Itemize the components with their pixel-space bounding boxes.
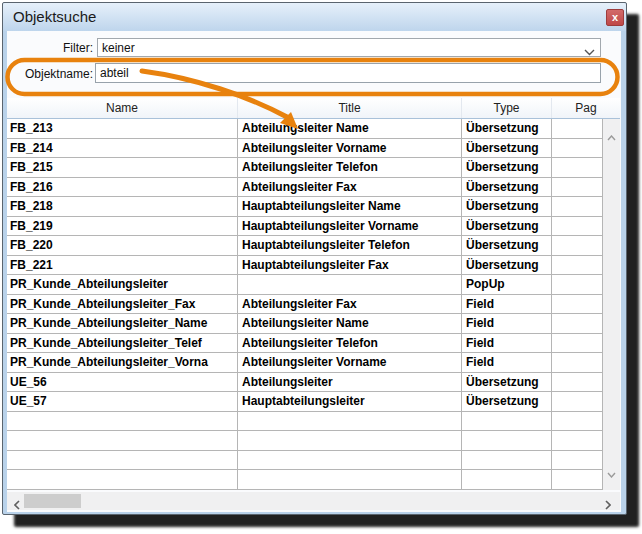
filter-dropdown[interactable]: keiner [97,38,601,57]
cell-title: Abteilungsleiter Telefon [238,334,462,353]
column-header-name[interactable]: ▲ Name [7,98,238,118]
cell-page [552,334,603,353]
column-header-type[interactable]: Type [462,98,552,118]
cell-name: PR_Kunde_Abteilungsleiter_Name [7,314,238,333]
cell-name: FB_216 [7,178,238,197]
cell-title: Abteilungsleiter Fax [238,295,462,314]
cell-name: PR_Kunde_Abteilungsleiter_Telef [7,334,238,353]
cell-title: Hauptabteilungsleiter Name [238,197,462,216]
chevron-down-icon [584,45,595,59]
cell-page [552,119,603,138]
cell-page [552,178,603,197]
table-row[interactable]: FB_220 Hauptabteilungsleiter Telefon Übe… [7,236,603,256]
cell-name: PR_Kunde_Abteilungsleiter_Vorna [7,353,238,372]
scroll-left-icon[interactable] [14,496,20,514]
cell-name: FB_215 [7,158,238,177]
objektname-input[interactable] [95,63,601,83]
table-row[interactable]: PR_Kunde_Abteilungsleiter PopUp [7,275,603,295]
cell-page [552,139,603,158]
cell-type: Field [462,334,552,353]
close-icon: x [612,11,618,23]
cell-name: PR_Kunde_Abteilungsleiter [7,275,238,294]
cell-page [552,236,603,255]
vertical-scrollbar[interactable] [603,119,620,490]
cell-page [552,314,603,333]
cell-title: Hauptabteilungsleiter Vorname [238,217,462,236]
cell-name: FB_221 [7,256,238,275]
cell-title: Abteilungsleiter Name [238,314,462,333]
cell-type: PopUp [462,275,552,294]
cell-name: PR_Kunde_Abteilungsleiter_Fax [7,295,238,314]
scroll-right-icon[interactable] [605,496,611,514]
cell-type: Übersetzung [462,392,552,411]
cell-title: Abteilungsleiter [238,373,462,392]
cell-name: UE_57 [7,392,238,411]
table-row[interactable]: FB_213 Abteilungsleiter Name Übersetzung [7,119,603,139]
cell-title: Abteilungsleiter Vorname [238,353,462,372]
empty-row[interactable] [7,431,603,451]
table-row[interactable]: FB_214 Abteilungsleiter Vorname Übersetz… [7,139,603,159]
window-title: Objektsuche [13,8,96,25]
cell-name: FB_213 [7,119,238,138]
cell-type: Field [462,295,552,314]
table-row[interactable]: PR_Kunde_Abteilungsleiter_Name Abteilung… [7,314,603,334]
cell-page [552,256,603,275]
scroll-down-icon[interactable] [607,464,616,482]
column-header-title[interactable]: Title [238,98,462,118]
empty-row[interactable] [7,470,603,490]
table-row[interactable]: FB_219 Hauptabteilungsleiter Vorname Übe… [7,217,603,237]
horizontal-scrollbar[interactable] [7,492,620,510]
scroll-up-icon[interactable] [607,127,616,145]
empty-row[interactable] [7,412,603,432]
cell-title [238,275,462,294]
table-row[interactable]: FB_215 Abteilungsleiter Telefon Übersetz… [7,158,603,178]
sort-ascending-icon: ▲ [7,98,237,99]
cell-name: FB_214 [7,139,238,158]
filter-selected-value: keiner [102,41,135,55]
screenshot-stage: Objektsuche x Filter: keiner Objektname:… [0,0,642,534]
table-row[interactable]: PR_Kunde_Abteilungsleiter_Telef Abteilun… [7,334,603,354]
cell-page [552,197,603,216]
cell-name: FB_220 [7,236,238,255]
titlebar[interactable]: Objektsuche x [3,3,626,31]
table-row[interactable]: UE_56 Abteilungsleiter Übersetzung [7,373,603,393]
grid-header: ▲ Name Title Type Pag [7,98,620,119]
cell-type: Übersetzung [462,197,552,216]
close-button[interactable]: x [606,9,624,26]
cell-page [552,158,603,177]
cell-type: Übersetzung [462,158,552,177]
cell-type: Übersetzung [462,256,552,275]
cell-title: Abteilungsleiter Telefon [238,158,462,177]
cell-title: Abteilungsleiter Vorname [238,139,462,158]
cell-title: Hauptabteilungsleiter Fax [238,256,462,275]
table-row[interactable]: PR_Kunde_Abteilungsleiter_Fax Abteilungs… [7,295,603,315]
column-header-page[interactable]: Pag [552,98,620,118]
cell-page [552,275,603,294]
table-row[interactable]: PR_Kunde_Abteilungsleiter_Vorna Abteilun… [7,353,603,373]
cell-type: Field [462,353,552,372]
cell-name: FB_218 [7,197,238,216]
cell-title: Hauptabteilungsleiter [238,392,462,411]
cell-name: UE_56 [7,373,238,392]
objektsuche-window: Objektsuche x Filter: keiner Objektname:… [2,2,627,515]
cell-type: Übersetzung [462,139,552,158]
cell-page [552,373,603,392]
dialog-body: Filter: keiner Objektname: ▲ Name Title … [7,31,621,512]
cell-name: FB_219 [7,217,238,236]
scrollbar-thumb[interactable] [24,494,81,508]
objektname-label: Objektname: [25,67,93,81]
cell-title: Abteilungsleiter Name [238,119,462,138]
table-row[interactable]: FB_216 Abteilungsleiter Fax Übersetzung [7,178,603,198]
cell-title: Hauptabteilungsleiter Telefon [238,236,462,255]
cell-type: Übersetzung [462,178,552,197]
cell-title: Abteilungsleiter Fax [238,178,462,197]
table-row[interactable]: FB_218 Hauptabteilungsleiter Name Überse… [7,197,603,217]
empty-row[interactable] [7,451,603,471]
filter-label: Filter: [27,41,93,55]
cell-page [552,295,603,314]
cell-page [552,353,603,372]
cell-page [552,392,603,411]
table-row[interactable]: FB_221 Hauptabteilungsleiter Fax Überset… [7,256,603,276]
results-grid: FB_213 Abteilungsleiter Name Übersetzung… [7,119,603,490]
table-row[interactable]: UE_57 Hauptabteilungsleiter Übersetzung [7,392,603,412]
